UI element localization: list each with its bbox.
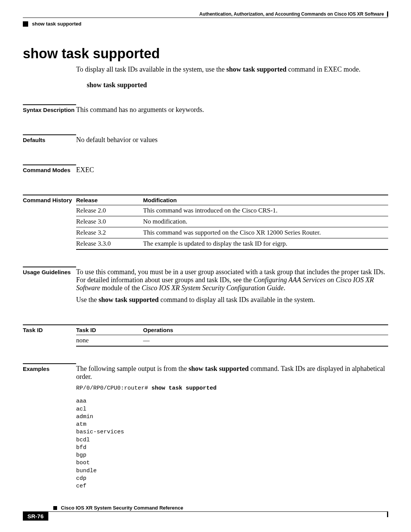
section-command-history: Command History Release Modification Rel… [23,195,388,250]
release-cell: Release 2.0 [76,205,143,216]
section-defaults: Defaults No default behavior or values [23,134,388,148]
table-header: Release [76,195,143,205]
defaults-text: No default behavior or values [76,136,388,144]
section-body: The following sample output is from the … [76,363,388,490]
text: . [284,284,285,292]
section-label: Command Modes [23,165,76,173]
syntax-description-text: This command has no arguments or keyword… [76,106,388,114]
content-area: To display all task IDs available in the… [76,66,388,89]
section-label: Usage Guidelines [23,267,76,275]
section-label: Command History [23,195,76,203]
page-title: show task supported [23,46,388,62]
intro-pre: To display all task IDs available in the… [76,66,226,73]
table-header: Operations [143,325,388,335]
syntax-command: show task supported [87,81,388,89]
header-square-icon [23,21,28,27]
chapter-header: Authentication, Authorization, and Accou… [23,11,388,17]
section-body: This command has no arguments or keyword… [76,104,388,118]
section-body: To use this command, you must be in a us… [76,267,388,308]
section-body: EXEC [76,165,388,178]
section-body: Task ID Operations none — [76,324,388,347]
chapter-title: Authentication, Authorization, and Accou… [199,11,384,17]
release-cell: Release 3.2 [76,227,143,238]
cli-prompt-line: RP/0/RP0/CPU0:router# show task supporte… [76,385,388,392]
footer-bottom-row: SR-76 [23,512,388,521]
cli-output: aaa acl admin atm basic-services bcdl bf… [76,398,388,490]
modification-cell: No modification. [143,216,388,227]
footer-title-row: Cisco IOS XR System Security Command Ref… [53,505,388,511]
usage-p2: Use the show task supported command to d… [76,296,388,304]
section-body: Release Modification Release 2.0 This co… [76,195,388,250]
task-id-table: Task ID Operations none — [76,324,388,347]
modification-cell: The example is updated to display the ta… [143,238,388,250]
table-row: Release 3.3.0 The example is updated to … [76,238,388,250]
text: Use the [76,296,99,304]
cli-prompt: RP/0/RP0/CPU0:router# [76,385,151,391]
text: The following sample output is from the [76,365,188,372]
examples-intro: The following sample output is from the … [76,365,388,381]
text: module of the [100,284,142,292]
footer-square-icon [53,506,57,510]
intro-post: command in EXEC mode. [287,66,360,73]
section-body: No default behavior or values [76,134,388,148]
operations-cell: — [143,335,388,347]
page-footer: Cisco IOS XR System Security Command Ref… [23,505,388,521]
modification-cell: This command was supported on the Cisco … [143,227,388,238]
table-header: Task ID [76,325,143,335]
header-rule [23,18,388,18]
table-header-row: Task ID Operations [76,325,388,335]
section-label: Task ID [23,324,76,333]
table-row: Release 2.0 This command was introduced … [76,205,388,216]
bold-text: show task supported [188,365,249,372]
intro-bold: show task supported [226,66,287,73]
running-command-name: show task supported [32,21,81,27]
italic-text: Cisco IOS XR System Security Configurati… [142,284,284,292]
table-row: Release 3.0 No modification. [76,216,388,227]
table-header: Modification [143,195,388,205]
page-number: SR-76 [23,512,48,521]
section-task-id: Task ID Task ID Operations none — [23,324,388,347]
intro-paragraph: To display all task IDs available in the… [76,66,388,73]
section-usage-guidelines: Usage Guidelines To use this command, yo… [23,267,388,308]
modification-cell: This command was introduced on the Cisco… [143,205,388,216]
usage-p1: To use this command, you must be in a us… [76,268,388,292]
table-row: Release 3.2 This command was supported o… [76,227,388,238]
table-row: none — [76,335,388,347]
section-label: Syntax Description [23,104,76,113]
taskid-cell: none [76,335,143,347]
command-modes-text: EXEC [76,166,388,174]
cli-command: show task supported [151,385,217,391]
release-cell: Release 3.0 [76,216,143,227]
section-syntax-description: Syntax Description This command has no a… [23,104,388,118]
footer-book-title: Cisco IOS XR System Security Command Ref… [61,505,183,511]
text: command to display all task IDs availabl… [159,296,315,304]
running-head: show task supported [23,21,388,27]
table-header-row: Release Modification [76,195,388,205]
bold-text: show task supported [99,296,159,304]
document-page: Authentication, Authorization, and Accou… [0,0,411,532]
section-command-modes: Command Modes EXEC [23,165,388,178]
section-label: Examples [23,363,76,372]
section-label: Defaults [23,134,76,143]
release-cell: Release 3.3.0 [76,238,143,250]
footer-tick-icon [387,512,388,517]
command-history-table: Release Modification Release 2.0 This co… [76,195,388,250]
section-examples: Examples The following sample output is … [23,363,388,490]
